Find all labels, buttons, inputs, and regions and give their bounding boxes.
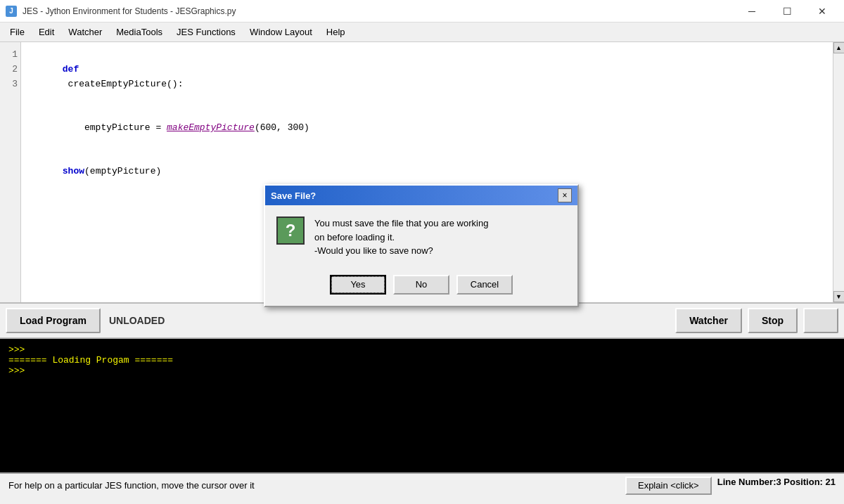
dialog-question-icon: ? [276, 217, 305, 245]
yes-button[interactable]: Yes [330, 275, 386, 295]
dialog-message: You must save the file that you are work… [314, 217, 488, 258]
save-file-dialog: Save File? × ? You must save the file th… [264, 184, 579, 307]
cancel-button[interactable]: Cancel [456, 275, 513, 295]
no-button[interactable]: No [393, 275, 449, 295]
dialog-title-bar: Save File? × [265, 186, 577, 205]
dialog-message-line3: -Would you like to save now? [314, 244, 488, 258]
dialog-message-line2: on before loading it. [314, 231, 488, 245]
dialog-message-line1: You must save the file that you are work… [314, 217, 488, 231]
dialog-body: ? You must save the file that you are wo… [265, 205, 577, 269]
dialog-title: Save File? [271, 190, 316, 201]
dialog-buttons: Yes No Cancel [265, 269, 577, 306]
dialog-close-button[interactable]: × [558, 188, 572, 202]
dialog-backdrop: Save File? × ? You must save the file th… [0, 0, 844, 504]
